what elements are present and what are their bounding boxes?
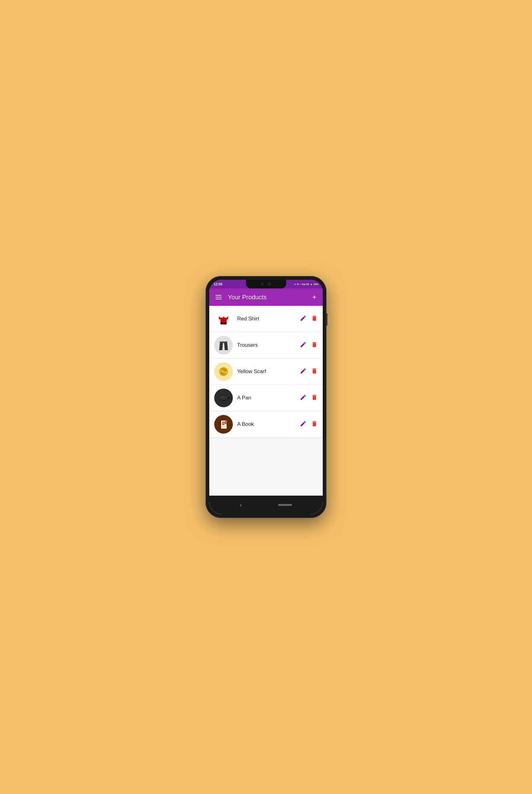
svg-marker-7 [219,343,223,350]
list-item: A Pan [209,385,323,411]
list-item: Red Shirt [209,306,323,332]
phone-frame: 12:59 ● ⊙ • VoLTE ▲ 29% Your Products + [206,276,326,518]
product-actions-a-pan [300,394,318,402]
menu-button[interactable] [214,294,223,300]
svg-rect-15 [227,397,230,399]
svg-point-14 [220,396,227,400]
delete-trousers-button[interactable] [311,341,318,349]
camera-sensor [261,283,264,285]
phone-screen: 12:59 ● ⊙ • VoLTE ▲ 29% Your Products + [209,280,323,514]
trash-icon [311,420,318,427]
vpn-icon: ⊙ [297,283,299,285]
hamburger-line-2 [215,297,222,297]
list-item: Trousers [209,332,323,358]
product-actions-a-book [300,420,318,428]
product-actions-trousers [300,341,318,349]
edit-icon [300,341,307,348]
phone-notch [246,280,286,289]
product-image-a-pan [214,389,233,407]
edit-a-book-button[interactable] [300,420,307,428]
edit-a-pan-button[interactable] [300,394,307,402]
svg-rect-6 [220,341,227,343]
camera-lens [268,282,271,285]
battery-text: 29% [314,283,318,285]
list-item: Yellow Scarf [209,358,323,385]
svg-rect-9 [223,345,225,348]
page-title: Your Products [228,294,311,301]
svg-marker-3 [227,316,228,319]
product-name-a-book: A Book [237,421,296,427]
hamburger-line-1 [215,295,222,296]
product-name-a-pan: A Pan [237,395,296,401]
svg-rect-5 [224,322,226,325]
pan-illustration [217,391,230,405]
dot-indicator: • [300,283,301,285]
back-button[interactable]: ‹ [240,502,242,509]
svg-rect-4 [221,322,223,325]
product-actions-red-shirt [300,315,318,323]
product-list: Red Shirt [209,306,323,496]
delete-a-pan-button[interactable] [311,394,318,402]
edit-icon [300,368,307,374]
status-time: 12:59 [214,282,222,286]
red-shirt-illustration [217,312,230,326]
home-indicator[interactable] [278,504,292,506]
status-icons: ● ⊙ • VoLTE ▲ 29% [294,283,318,285]
svg-marker-8 [224,343,228,350]
delete-a-book-button[interactable] [311,420,318,428]
edit-icon [300,420,307,427]
edit-icon [300,394,307,401]
svg-rect-20 [222,422,226,422]
product-actions-yellow-scarf [300,368,318,375]
trash-icon [311,315,318,321]
svg-marker-1 [222,316,225,318]
product-name-trousers: Trousers [237,342,296,348]
list-item: A Book [209,411,323,438]
scarf-illustration [217,365,230,378]
app-bar: Your Products + [209,289,323,306]
trash-icon [311,394,318,401]
side-button [326,313,327,326]
edit-icon [300,315,307,321]
signal-icon: ▲ [310,283,312,285]
book-illustration [217,418,230,431]
product-name-red-shirt: Red Shirt [237,316,296,322]
svg-marker-2 [218,316,221,319]
volte-icon: VoLTE [302,283,309,285]
edit-trousers-button[interactable] [300,341,307,349]
hamburger-line-3 [215,299,222,299]
delete-yellow-scarf-button[interactable] [311,368,318,375]
trousers-illustration [217,338,230,352]
bottom-nav-bar: ‹ [209,496,323,514]
delete-red-shirt-button[interactable] [311,315,318,323]
edit-yellow-scarf-button[interactable] [300,368,307,375]
trash-icon [311,368,318,374]
svg-point-16 [221,396,224,398]
product-image-a-book [214,415,233,433]
add-product-button[interactable]: + [311,292,318,303]
whatsapp-icon: ● [294,283,296,285]
edit-red-shirt-button[interactable] [300,315,307,323]
svg-rect-21 [222,423,226,424]
empty-content-area [209,438,323,496]
svg-rect-23 [225,420,226,424]
trash-icon [311,341,318,348]
product-image-trousers [214,336,233,354]
svg-rect-22 [222,424,225,425]
product-image-red-shirt [214,310,233,328]
product-image-yellow-scarf [214,362,233,381]
product-name-yellow-scarf: Yellow Scarf [237,368,296,375]
